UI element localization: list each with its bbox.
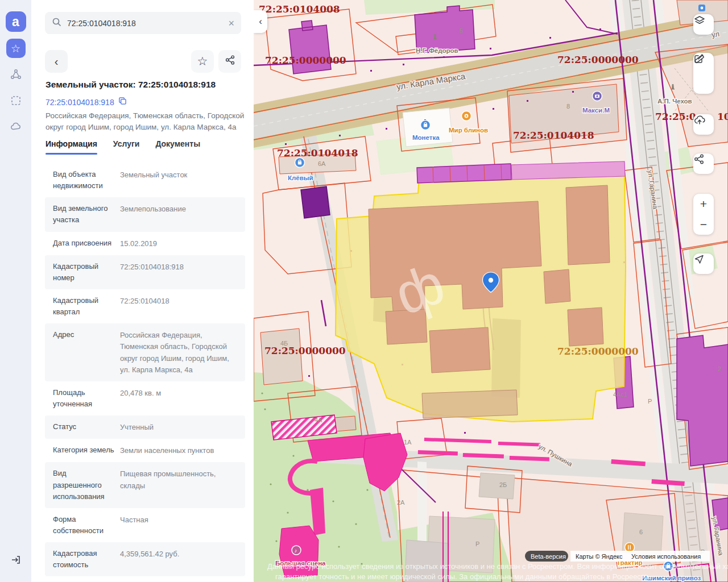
sidebar-item-area-select[interactable] — [6, 91, 26, 110]
svg-text:4Б: 4Б — [280, 340, 288, 347]
tab-documents[interactable]: Документы — [155, 139, 200, 155]
svg-text:72:25:0: 72:25:0 — [655, 111, 696, 122]
svg-text:А.П. Чехов: А.П. Чехов — [657, 98, 692, 105]
svg-text:72:25:0000000: 72:25:0000000 — [557, 346, 639, 357]
panel-collapse-button[interactable]: ‹ — [254, 10, 267, 33]
dashed-select-icon — [10, 95, 22, 106]
svg-text:8: 8 — [566, 103, 570, 110]
svg-text:72:25:0104018: 72:25:0104018 — [277, 147, 358, 159]
locate-button[interactable] — [693, 253, 714, 274]
locate-control — [693, 253, 714, 274]
svg-text:Р: Р — [475, 541, 479, 547]
disclaimer-line2: гарантирует точность и не имеет юридичес… — [275, 572, 651, 581]
svg-text:Ишимский привоз: Ишимский привоз — [642, 575, 701, 581]
map-canvas[interactable]: ф — [254, 0, 728, 582]
star-icon: ☆ — [11, 42, 20, 55]
layers-button[interactable] — [693, 14, 714, 35]
app-logo-letter: a — [12, 14, 19, 30]
map-copyright-link[interactable]: Карты © Яндекс — [576, 553, 623, 560]
upload-control — [693, 114, 714, 135]
upload-button[interactable] — [693, 114, 714, 135]
svg-text:Монетка: Монетка — [412, 134, 440, 141]
search-bar: × — [45, 12, 241, 34]
map-container: ф — [254, 0, 728, 582]
table-row: АдресРоссийская Федерация, Тюменская обл… — [45, 323, 245, 381]
svg-text:Макси.М: Макси.М — [582, 107, 610, 114]
measure-edit-control — [693, 53, 714, 94]
svg-text:Н.Г. Фёдоров: Н.Г. Фёдоров — [416, 47, 458, 54]
table-row: Кадастровая стоимость4,359,561.42 руб. — [45, 542, 245, 576]
object-panel: × ‹ ☆ Земельный участок: 72:25:0104018:9… — [31, 0, 254, 582]
zoom-in-button[interactable]: + — [693, 194, 714, 214]
svg-text:72:25:0000000: 72:25:0000000 — [265, 55, 346, 66]
table-row: Вид земельного участкаЗемлепользование — [45, 197, 245, 231]
table-row: Площадь уточненная20,478 кв. м — [45, 381, 245, 415]
svg-text:6А: 6А — [318, 160, 326, 167]
share-icon — [225, 55, 235, 68]
share-map-control — [693, 153, 714, 174]
back-button[interactable]: ‹ — [45, 50, 68, 73]
page-title: Земельный участок: 72:25:0104018:918 — [46, 80, 242, 90]
table-row: СтатусУчтенный — [45, 415, 245, 439]
favorite-button[interactable]: ☆ — [191, 50, 214, 73]
terms-of-use-link[interactable]: Условия использования — [631, 553, 701, 560]
app-rail: a ☆ — [0, 0, 31, 582]
svg-text:4А: 4А — [315, 417, 322, 423]
poi-mir-blinov[interactable]: Мир блинов — [449, 111, 488, 134]
svg-text:2: 2 — [718, 365, 721, 372]
svg-text:Мир блинов: Мир блинов — [449, 127, 488, 134]
cadastral-number-link[interactable]: 72:25:0104018:918 — [46, 98, 114, 107]
svg-text:72:25:0104008: 72:25:0104008 — [259, 3, 340, 15]
sidebar-item-cloud[interactable] — [6, 117, 26, 136]
svg-text:♪: ♪ — [295, 547, 297, 554]
svg-text:72:25:0000000: 72:25:0000000 — [557, 54, 639, 65]
star-outline-icon: ☆ — [197, 55, 208, 68]
transit-stop-icon — [698, 5, 705, 11]
disclaimer-line1: Данный ресурс использует сведения из отк… — [267, 562, 728, 571]
table-row: Дата присвоения15.02.2019 — [45, 232, 245, 255]
table-row: Форма собственностиЧастная — [45, 508, 245, 542]
tab-services[interactable]: Услуги — [113, 139, 140, 155]
share-map-button[interactable] — [693, 153, 714, 174]
sidebar-item-favorites[interactable]: ☆ — [6, 39, 26, 58]
logout-icon — [10, 554, 22, 566]
table-row: Категория земельЗемли населенных пунктов — [45, 439, 245, 462]
attributes-table: Вид объекта недвижимостиЗемельный участо… — [45, 163, 245, 576]
table-row: Вид объекта недвижимостиЗемельный участо… — [45, 163, 245, 197]
svg-text:72:25:0000000: 72:25:0000000 — [264, 345, 346, 356]
svg-text:5: 5 — [460, 27, 463, 34]
search-input[interactable] — [67, 19, 228, 28]
svg-text:Клёвый: Клёвый — [288, 174, 313, 181]
svg-text:10: 10 — [717, 111, 728, 122]
zoom-out-button[interactable]: − — [693, 214, 714, 235]
tab-information[interactable]: Информация — [46, 139, 97, 155]
sidebar-item-layers-graph[interactable] — [6, 65, 26, 84]
polygon-nodes-icon — [10, 69, 22, 80]
layers-control — [693, 14, 714, 35]
table-row: Вид разрешенного использованияПищевая пр… — [45, 462, 245, 508]
zoom-control: + − — [693, 194, 714, 235]
object-address: Российская Федерация, Тюменская область,… — [46, 110, 251, 134]
beta-badge: Beta-версия — [531, 553, 566, 560]
search-icon — [52, 17, 62, 30]
svg-text:6: 6 — [639, 529, 643, 535]
draw-button[interactable] — [693, 73, 714, 94]
table-row: Кадастровый квартал72:25:0104018 — [45, 289, 245, 323]
svg-text:4Ас1: 4Ас1 — [613, 391, 627, 398]
logout-button[interactable] — [6, 550, 26, 569]
app-logo[interactable]: a — [6, 11, 26, 32]
table-row: Кадастровый номер72:25:0104018:918 — [45, 255, 245, 289]
svg-text:72:25:0104018: 72:25:0104018 — [513, 130, 594, 141]
copy-icon[interactable] — [118, 97, 127, 107]
svg-text:Р: Р — [648, 398, 652, 405]
clear-search-icon[interactable]: × — [228, 18, 234, 28]
svg-text:2А: 2А — [397, 499, 405, 506]
panel-tabs: Информация Услуги Документы — [46, 139, 200, 155]
share-button[interactable] — [218, 50, 241, 73]
svg-text:1А: 1А — [404, 439, 412, 446]
cloud-icon — [10, 121, 22, 132]
svg-text:2Б: 2Б — [499, 481, 507, 488]
